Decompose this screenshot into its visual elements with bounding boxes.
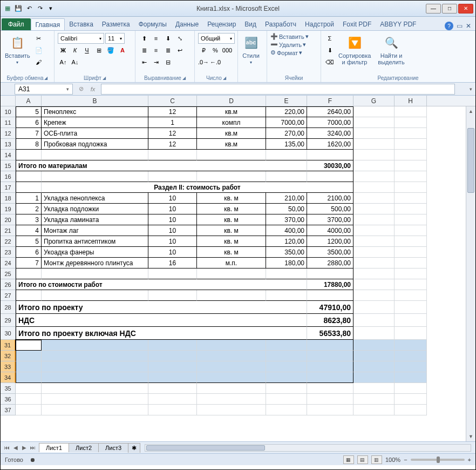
excel-icon[interactable]: ▦: [3, 4, 12, 14]
redo-icon[interactable]: ↷: [35, 4, 45, 14]
cell[interactable]: 10: [148, 236, 197, 247]
tab-developer[interactable]: Разработч: [261, 18, 301, 30]
cell[interactable]: Итого по проекту: [16, 301, 307, 314]
cell[interactable]: [266, 361, 307, 372]
cell[interactable]: [16, 405, 42, 415]
find-select-button[interactable]: 🔍 Найти и выделить: [374, 33, 409, 66]
cell[interactable]: [307, 340, 353, 351]
tab-layout[interactable]: Разметка: [98, 18, 134, 30]
cell[interactable]: 12: [148, 128, 197, 139]
cell[interactable]: 1: [148, 117, 197, 128]
cell[interactable]: [395, 327, 427, 340]
format-cells-button[interactable]: ⚙Формат ▾: [270, 49, 302, 56]
cell[interactable]: [353, 225, 395, 236]
cell[interactable]: [353, 214, 395, 225]
cell[interactable]: 10: [148, 225, 197, 236]
cell[interactable]: 2880,00: [307, 258, 353, 268]
format-painter-icon[interactable]: 🖌: [33, 57, 44, 68]
grow-font-icon[interactable]: A↑: [58, 57, 69, 68]
cell[interactable]: [353, 340, 395, 351]
cell[interactable]: [266, 394, 307, 405]
cell[interactable]: [353, 204, 395, 214]
rowhead-10[interactable]: 10: [1, 106, 16, 117]
rowhead-18[interactable]: 18: [1, 193, 16, 204]
cell[interactable]: [42, 383, 148, 394]
undo-icon[interactable]: ↶: [24, 4, 34, 14]
cell[interactable]: [16, 340, 42, 351]
cell[interactable]: [395, 372, 427, 383]
increase-indent-icon[interactable]: ⇥: [151, 57, 161, 68]
cell[interactable]: 7: [16, 128, 42, 139]
cell[interactable]: Итого по стоимости работ: [16, 279, 307, 290]
cell[interactable]: [266, 171, 307, 182]
zoom-knob[interactable]: [437, 456, 440, 463]
name-box[interactable]: A31▾: [15, 84, 73, 95]
number-dialog-icon[interactable]: ◢: [223, 76, 226, 80]
cell[interactable]: [266, 351, 307, 361]
formula-bar-expand-icon[interactable]: ▾: [466, 86, 475, 92]
cell[interactable]: 17880,00: [307, 279, 353, 290]
cell[interactable]: кв. м: [197, 236, 266, 247]
cell[interactable]: [148, 372, 197, 383]
col-A[interactable]: A: [16, 96, 42, 106]
cell[interactable]: [353, 193, 395, 204]
cell[interactable]: [395, 279, 427, 290]
col-E[interactable]: E: [266, 96, 307, 106]
merge-icon[interactable]: ⊟: [162, 57, 173, 68]
rowhead-31[interactable]: 31: [1, 340, 16, 351]
styles-button[interactable]: 🔤 Стили ▾: [241, 33, 261, 66]
cell[interactable]: [266, 340, 307, 351]
cell[interactable]: [307, 372, 353, 383]
tab-abbyy[interactable]: ABBYY PDF: [376, 18, 420, 30]
cell[interactable]: [148, 290, 197, 301]
rowhead-17[interactable]: 17: [1, 182, 16, 193]
tab-foxit[interactable]: Foxit PDF: [338, 18, 376, 30]
zoom-out-icon[interactable]: −: [404, 456, 407, 463]
tab-formulas[interactable]: Формулы: [134, 18, 171, 30]
cell[interactable]: [16, 372, 42, 383]
cell[interactable]: [395, 171, 427, 182]
cell[interactable]: 12: [148, 139, 197, 150]
cell[interactable]: 135,00: [266, 139, 307, 150]
cell[interactable]: 350,00: [266, 247, 307, 258]
cell[interactable]: [16, 290, 42, 301]
cell[interactable]: [266, 290, 307, 301]
fx-cancel-icon[interactable]: ⊘: [76, 84, 86, 94]
cell[interactable]: Итого по материалам: [16, 160, 307, 171]
cell[interactable]: 8: [16, 139, 42, 150]
rowhead-37[interactable]: 37: [1, 405, 16, 415]
cell[interactable]: 210,00: [266, 193, 307, 204]
cell[interactable]: [395, 340, 427, 351]
new-sheet-icon[interactable]: ✱: [128, 443, 140, 453]
cell[interactable]: м.п.: [197, 258, 266, 268]
cell[interactable]: [353, 182, 395, 193]
cell[interactable]: [395, 182, 427, 193]
cell[interactable]: кв.м: [197, 128, 266, 139]
cell[interactable]: [395, 204, 427, 214]
sheet-tab-1[interactable]: Лист1: [39, 443, 69, 452]
cell[interactable]: [353, 258, 395, 268]
cell[interactable]: [148, 340, 197, 351]
cell[interactable]: [42, 394, 148, 405]
cell[interactable]: [307, 361, 353, 372]
cell[interactable]: [148, 405, 197, 415]
cell[interactable]: [148, 268, 197, 279]
font-name-combo[interactable]: Calibri▾: [58, 33, 104, 44]
cell[interactable]: [42, 150, 148, 160]
file-tab[interactable]: Файл: [2, 18, 31, 30]
tab-data[interactable]: Данные: [171, 18, 203, 30]
cell[interactable]: 10: [148, 247, 197, 258]
sheet-last-icon[interactable]: ⏭: [29, 445, 37, 451]
col-F[interactable]: F: [307, 96, 353, 106]
maximize-button[interactable]: □: [442, 4, 457, 14]
rowhead-34[interactable]: 34: [1, 372, 16, 383]
cell[interactable]: [307, 351, 353, 361]
minimize-button[interactable]: —: [426, 4, 441, 14]
col-C[interactable]: C: [148, 96, 197, 106]
cell[interactable]: кв. м: [197, 204, 266, 214]
rowhead-29[interactable]: 29: [1, 314, 16, 327]
paste-button[interactable]: 📋 Вставить ▾: [4, 33, 31, 66]
font-dialog-icon[interactable]: ◢: [103, 76, 106, 80]
scroll-up-icon[interactable]: ▲: [466, 106, 475, 116]
cell[interactable]: [197, 383, 266, 394]
